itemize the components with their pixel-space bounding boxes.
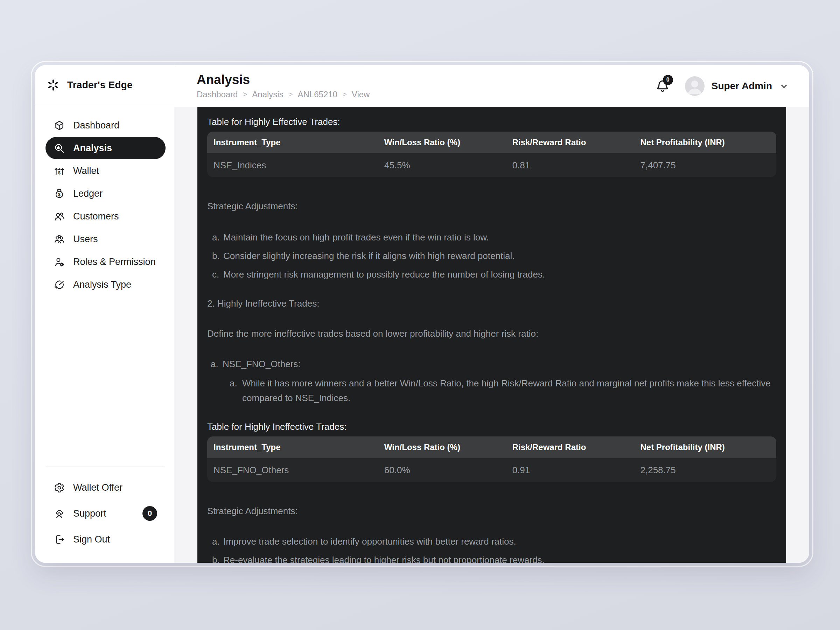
strategic-list: a. Improve trade selection to identify o… (207, 535, 776, 563)
strategic-list: a. Maintain the focus on high-profit tra… (207, 231, 776, 281)
sidebar-item-analysis-type[interactable]: Analysis Type (46, 273, 166, 296)
column-header: Risk/Reward Ratio (506, 436, 634, 458)
sidebar-item-dashboard[interactable]: Dashboard (46, 114, 166, 136)
chevron-down-icon (779, 81, 789, 91)
sidebar-item-users[interactable]: Users (46, 228, 166, 250)
money-bag-icon: $ (54, 188, 65, 199)
chart-type-icon (54, 279, 65, 290)
breadcrumb-separator: > (243, 90, 247, 99)
sidebar-item-label: Analysis Type (73, 279, 131, 290)
sidebar-item-sign-out[interactable]: Sign Out (46, 526, 166, 552)
spark-logo-icon (47, 79, 60, 92)
nested-list-item: a. While it has more winners and a bette… (225, 376, 776, 405)
arrows-dollar-icon: $ (54, 166, 65, 177)
list-item: b. Re-evaluate the strategies leading to… (207, 554, 776, 563)
column-header: Net Profitability (INR) (634, 132, 776, 153)
gear-icon (54, 482, 65, 493)
table-row: NSE_Indices 45.5% 0.81 7,407.75 (207, 153, 776, 177)
list-item: c. More stringent risk management to pos… (207, 268, 776, 281)
user-gear-icon (54, 257, 65, 267)
column-header: Instrument_Type (207, 132, 378, 153)
cell-instrument: NSE_Indices (207, 153, 378, 177)
table-header-row: Instrument_Type Win/Loss Ratio (%) Risk/… (207, 436, 776, 458)
sidebar-item-analysis[interactable]: Analysis (46, 137, 166, 159)
sidebar-footer: Wallet Offer Support 0 Sign Out (35, 467, 174, 563)
sidebar: Trader's Edge Dashboard Analysis (35, 65, 174, 563)
sidebar-item-label: Ledger (73, 188, 103, 199)
sidebar-item-label: Customers (73, 211, 119, 222)
cube-icon (54, 120, 65, 131)
cell-net-profit: 2,258.75 (634, 458, 776, 482)
sidebar-item-label: Sign Out (73, 534, 110, 545)
app-window: Trader's Edge Dashboard Analysis (35, 65, 809, 563)
breadcrumb-analysis[interactable]: Analysis (252, 90, 283, 99)
table-row: NSE_FNO_Others 60.0% 0.91 2,258.75 (207, 458, 776, 482)
cell-net-profit: 7,407.75 (634, 153, 776, 177)
magnifier-chart-icon (54, 143, 65, 154)
sidebar-item-label: Roles & Permission (73, 257, 156, 267)
desktop: { "app": { "name": "Trader's Edge" }, "c… (0, 0, 840, 630)
sign-out-icon (54, 534, 65, 545)
cell-risk-reward: 0.91 (506, 458, 634, 482)
column-header: Win/Loss Ratio (%) (378, 436, 506, 458)
sidebar-item-roles-permission[interactable]: Roles & Permission (46, 251, 166, 273)
main-area: Analysis Dashboard > Analysis > ANL65210… (174, 65, 809, 563)
ineffective-table-caption: Table for Highly Ineffective Trades: (207, 421, 776, 433)
sidebar-item-wallet[interactable]: $ Wallet (46, 159, 166, 182)
column-header: Net Profitability (INR) (634, 436, 776, 458)
sidebar-item-label: Dashboard (73, 120, 119, 131)
section-description: Define the more ineffective trades based… (207, 328, 776, 340)
effective-trades-table: Instrument_Type Win/Loss Ratio (%) Risk/… (207, 132, 776, 177)
user-name: Super Admin (712, 81, 772, 92)
sidebar-item-customers[interactable]: Customers (46, 205, 166, 227)
cell-win-loss: 45.5% (378, 153, 506, 177)
support-count-badge: 0 (142, 506, 157, 521)
users-two-icon (54, 211, 65, 222)
page-title: Analysis (197, 73, 369, 87)
header-actions: 0 Super Admin (655, 76, 789, 96)
cell-risk-reward: 0.81 (506, 153, 634, 177)
avatar[interactable] (685, 76, 704, 96)
breadcrumb-separator: > (342, 90, 347, 99)
top-bar: Analysis Dashboard > Analysis > ANL65210… (174, 65, 809, 107)
sidebar-item-label: Analysis (73, 143, 112, 154)
users-three-icon (54, 234, 65, 245)
section-heading: 2. Highly Ineffective Trades: (207, 297, 776, 310)
notification-count-badge: 0 (663, 75, 673, 85)
notifications-button[interactable]: 0 (655, 79, 669, 93)
sidebar-item-wallet-offer[interactable]: Wallet Offer (46, 475, 166, 501)
list-item: a. Improve trade selection to identify o… (207, 535, 776, 548)
breadcrumb-view: View (352, 90, 370, 99)
sidebar-item-label: Wallet (73, 166, 99, 177)
content-scroll-area[interactable]: Table for Highly Effective Trades: Instr… (174, 107, 809, 563)
svg-text:$: $ (58, 171, 60, 175)
list-item: a. Maintain the focus on high-profit tra… (207, 231, 776, 243)
sidebar-item-ledger[interactable]: $ Ledger (46, 182, 166, 205)
breadcrumb: Dashboard > Analysis > ANL65210 > View (197, 90, 369, 99)
sidebar-item-support[interactable]: Support 0 (46, 501, 166, 526)
support-person-icon (54, 508, 65, 519)
sidebar-item-label: Users (73, 234, 98, 245)
sidebar-divider (46, 467, 165, 467)
user-menu[interactable]: Super Admin (712, 81, 789, 92)
analysis-document: Table for Highly Effective Trades: Instr… (197, 107, 786, 563)
breadcrumb-dashboard[interactable]: Dashboard (197, 90, 238, 99)
breadcrumb-separator: > (288, 90, 293, 99)
list-item: a. NSE_FNO_Others: (207, 358, 776, 370)
strategic-heading: Strategic Adjustments: (207, 505, 776, 517)
title-block: Analysis Dashboard > Analysis > ANL65210… (197, 73, 369, 99)
strategic-heading: Strategic Adjustments: (207, 200, 776, 212)
sidebar-nav: Dashboard Analysis $ Wallet (35, 105, 174, 296)
column-header: Instrument_Type (207, 436, 378, 458)
sidebar-item-label: Wallet Offer (73, 482, 123, 493)
breadcrumb-record-id[interactable]: ANL65210 (298, 90, 337, 99)
sidebar-item-label: Support (73, 508, 106, 519)
svg-text:$: $ (58, 192, 60, 197)
column-header: Win/Loss Ratio (%) (378, 132, 506, 153)
column-header: Risk/Reward Ratio (506, 132, 634, 153)
cell-win-loss: 60.0% (378, 458, 506, 482)
list-item: b. Consider slightly increasing the risk… (207, 250, 776, 262)
ineffective-trades-table: Instrument_Type Win/Loss Ratio (%) Risk/… (207, 436, 776, 482)
cell-instrument: NSE_FNO_Others (207, 458, 378, 482)
brand: Trader's Edge (35, 65, 174, 105)
